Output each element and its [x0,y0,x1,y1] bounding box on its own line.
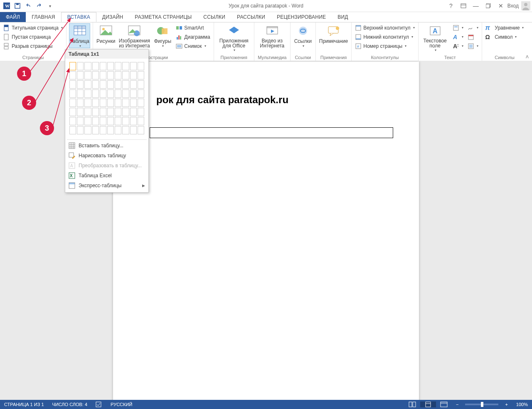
group-text-label: Текст [421,54,479,61]
quickparts-button[interactable]: ▾ [452,23,464,32]
svg-rect-79 [441,402,447,407]
datetime-button[interactable] [467,32,479,41]
status-proofing[interactable] [91,400,106,409]
excel-icon: X [69,172,75,179]
svg-rect-76 [413,402,416,407]
view-print-button[interactable] [420,402,436,407]
inserted-table-cell[interactable] [150,127,393,138]
svg-rect-30 [178,35,180,40]
svg-rect-33 [177,45,181,47]
svg-rect-49 [453,25,458,30]
login-label[interactable]: Вход [507,3,519,9]
svg-rect-70 [69,183,75,184]
svg-rect-74 [96,402,101,407]
zoom-level[interactable]: 100% [512,402,532,407]
svg-line-73 [53,69,69,125]
links-label: Ссылки [294,38,312,44]
svg-rect-56 [468,35,473,36]
shapes-button[interactable]: Фигуры▾ [153,23,172,48]
quick-tables-item[interactable]: Экспресс-таблицы▶ [65,181,148,191]
close-button[interactable]: ✕ [495,1,507,10]
shapes-icon [156,24,169,37]
svg-rect-59 [69,143,75,149]
svg-rect-31 [180,36,181,40]
textbox-button[interactable]: AТекстовое поле▾ [421,23,449,52]
page-number-label: Номер страницы [363,43,402,49]
footer-label: Нижний колонтитул [363,34,409,40]
window-controls: ? — ✕ Вход [445,1,532,10]
zoom-out-button[interactable]: − [452,402,463,407]
office-apps-button[interactable]: Приложения для Office▾ [217,23,251,52]
tab-references[interactable]: ССЫЛКИ [197,12,231,22]
zoom-slider[interactable] [465,404,498,405]
header-button[interactable]: Верхний колонтитул▾ [354,23,415,32]
svg-text:A: A [453,34,457,40]
online-video-label: Видео из Интернета [258,38,287,48]
group-symbols-label: Символы [485,54,525,61]
svg-rect-75 [409,402,412,407]
insert-table-item[interactable]: Вставить таблицу... [65,141,148,151]
svg-line-71 [30,18,71,72]
draw-table-label: Нарисовать таблицу [79,153,126,159]
ribbon-display-button[interactable] [458,1,469,10]
symbol-label: Символ [495,34,512,40]
svg-text:#: # [357,45,359,49]
comment-button[interactable]: Примечание [318,23,349,44]
view-web-button[interactable] [436,402,452,407]
smartart-button[interactable]: SmartArt [175,23,211,32]
wordart-button[interactable]: A▾ [452,32,464,41]
status-language[interactable]: РУССКИЙ [106,400,136,409]
avatar[interactable] [521,1,530,10]
page-number-button[interactable]: #Номер страницы▾ [354,42,415,50]
links-button[interactable]: Ссылки▾ [293,23,313,48]
comment-icon [327,24,340,37]
svg-rect-29 [177,37,178,40]
screenshot-button[interactable]: Снимок▾ [175,42,211,50]
svg-point-40 [336,27,339,30]
restore-button[interactable] [483,1,494,10]
quick-tables-label: Экспресс-таблицы [79,183,121,188]
svg-line-72 [36,38,73,101]
equation-button[interactable]: π Уравнение▾ [485,23,525,32]
tab-view[interactable]: ВИД [332,12,354,22]
object-button[interactable]: ▾ [467,42,479,50]
chart-label: Диаграмма [184,34,210,40]
svg-point-9 [524,3,527,6]
group-media: Видео из Интернета Мультимедиа [254,22,291,61]
svg-text:A: A [433,27,438,35]
svg-rect-27 [176,26,179,30]
svg-rect-44 [356,38,361,40]
help-button[interactable]: ? [445,1,457,10]
excel-table-item[interactable]: XТаблица Excel [65,171,148,181]
tab-mailings[interactable]: РАССЫЛКИ [231,12,271,22]
footer-button[interactable]: Нижний колонтитул▾ [354,32,415,41]
document-heading: рок для сайта paratapok.ru [156,94,288,106]
draw-table-item[interactable]: Нарисовать таблицу [65,151,148,161]
svg-rect-58 [469,45,473,48]
tab-review[interactable]: РЕЦЕНЗИРОВАНИЕ [271,12,332,22]
insert-table-icon [69,142,75,149]
excel-table-label: Таблица Excel [79,173,112,178]
svg-rect-42 [356,25,361,27]
tab-layout[interactable]: РАЗМЕТКА СТРАНИЦЫ [129,12,197,22]
svg-marker-34 [229,27,239,33]
signature-button[interactable]: ▾ [467,23,479,32]
comment-label: Примечание [319,38,348,44]
online-video-button[interactable]: Видео из Интернета [257,23,288,48]
collapse-ribbon-button[interactable]: ᐱ [526,55,529,59]
annotation-3: 3 [40,121,54,135]
status-words[interactable]: ЧИСЛО СЛОВ: 4 [48,400,92,409]
dropcap-button[interactable]: A▾ [452,42,464,50]
minimize-button[interactable]: — [470,1,482,10]
office-apps-label: Приложения для Office [217,38,251,48]
zoom-in-button[interactable]: + [501,402,512,407]
group-media-label: Мультимедиа [257,54,288,61]
symbol-button[interactable]: Ω Символ▾ [485,32,525,41]
view-read-button[interactable] [404,402,420,407]
online-pictures-button[interactable]: Изображения из Интернета [118,23,150,48]
chart-button[interactable]: Диаграмма [175,32,211,41]
svg-rect-77 [426,402,431,407]
status-page[interactable]: СТРАНИЦА 1 ИЗ 1 [0,400,48,409]
page[interactable]: рок для сайта paratapok.ru [113,62,419,400]
svg-rect-4 [461,4,466,8]
